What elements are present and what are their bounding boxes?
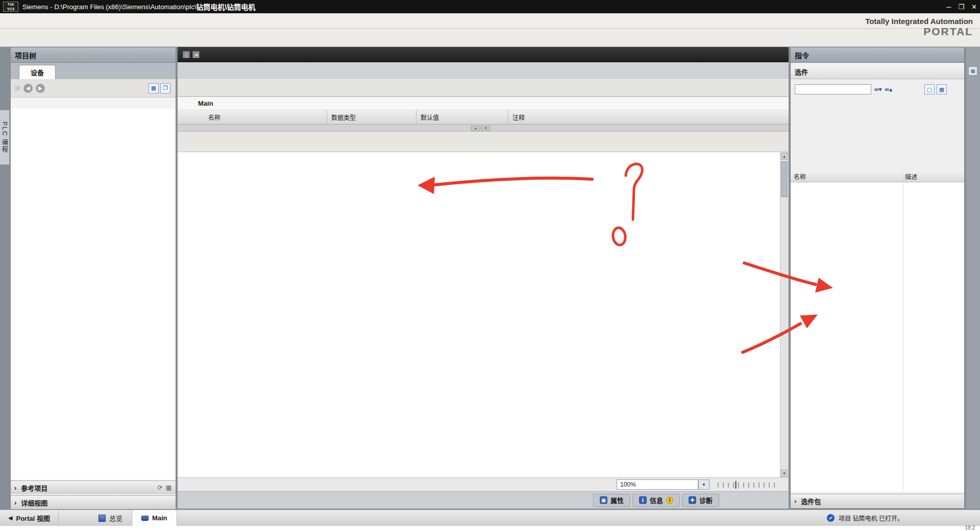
portal-bar: ◀ Portal 视图 总览 Main ✔ 项目 钻筒电机 已打开。 bbox=[0, 510, 980, 526]
column-datatype[interactable]: 数据类型 bbox=[327, 110, 416, 124]
col-desc-label[interactable]: 描述 bbox=[905, 172, 917, 181]
portal-view-button[interactable]: ◀ Portal 视图 bbox=[0, 510, 59, 526]
status-message: ✔ 项目 钻筒电机 已打开。 bbox=[827, 514, 903, 522]
info-badge: i bbox=[666, 497, 673, 504]
editor-split-icon[interactable]: ▯ bbox=[183, 51, 190, 58]
clock-fragment: 19:2 bbox=[965, 525, 975, 530]
interface-table-header: 名称 数据类型 默认值 注释 bbox=[178, 110, 789, 125]
details-view-label: 详细视图 bbox=[21, 498, 47, 508]
zoom-bar: 100% ▼ bbox=[178, 477, 788, 491]
titlebar: TIA V13 Siemens - D:\Program Files (x86)… bbox=[0, 0, 980, 13]
overview-tab[interactable]: 总览 bbox=[89, 510, 132, 526]
brand-line2: PORTAL bbox=[865, 27, 973, 37]
status-text: 项目 钻筒电机 已打开。 bbox=[839, 514, 903, 522]
titlebar-control-0[interactable]: ─ bbox=[946, 3, 951, 11]
project-tree bbox=[11, 109, 176, 479]
details-view-bar[interactable]: › 详细视图 bbox=[11, 495, 176, 509]
main-block-icon bbox=[141, 516, 149, 521]
portal-back-icon: ◀ bbox=[8, 515, 12, 521]
tree-view-toggle-icon[interactable]: ▦ bbox=[149, 83, 159, 93]
column-name[interactable]: 名称 bbox=[204, 110, 327, 124]
properties-icon: ▣ bbox=[600, 496, 607, 504]
window-title-project: 钻筒电机\钻筒电机 bbox=[196, 2, 255, 12]
devices-tab[interactable]: 设备 bbox=[19, 65, 56, 79]
instruction-list-header: 名称 描述 bbox=[791, 172, 964, 182]
instructions-header: 指令 bbox=[791, 47, 964, 63]
titlebar-control-2[interactable]: ✕ bbox=[971, 3, 977, 11]
tree-expand-all-icon[interactable]: ❐ bbox=[160, 83, 170, 93]
scroll-up-icon[interactable]: ▲ bbox=[781, 153, 788, 160]
col-name-label[interactable]: 名称 bbox=[794, 172, 806, 181]
bottom-strip: 19:2 bbox=[0, 526, 980, 531]
splitter-down-icon[interactable]: ▼ bbox=[481, 126, 491, 131]
nav-forward-icon[interactable]: ▶ bbox=[36, 84, 45, 93]
zoom-dropdown-icon[interactable]: ▼ bbox=[698, 479, 709, 490]
instruction-list bbox=[791, 182, 964, 492]
info-label: 信息 bbox=[650, 495, 663, 505]
nav-back-icon[interactable]: ◀ bbox=[23, 84, 33, 93]
status-check-icon: ✔ bbox=[827, 514, 835, 522]
canvas-scrollbar[interactable]: ▲ ▼ bbox=[780, 152, 788, 477]
find-previous-icon[interactable]: ∞▴ bbox=[885, 86, 893, 93]
list-view-icon[interactable]: ▦ bbox=[937, 84, 947, 94]
addins-label: 选件包 bbox=[801, 496, 821, 506]
options-label: 选件 bbox=[795, 67, 808, 77]
instructions-title: 指令 bbox=[795, 50, 809, 60]
search-input[interactable] bbox=[795, 84, 871, 94]
window-controls: ─❐✕ bbox=[946, 0, 977, 13]
plc-programming-side-tab[interactable]: PLC 编程 bbox=[0, 110, 10, 165]
devices-tab-label: 设备 bbox=[31, 67, 44, 77]
zoom-select[interactable]: 100% bbox=[617, 479, 698, 490]
diagnostics-label: 诊断 bbox=[699, 495, 713, 505]
titlebar-control-1[interactable]: ❐ bbox=[958, 3, 964, 11]
find-next-icon[interactable]: ∞▾ bbox=[874, 86, 882, 93]
editor-area: ▯ ◀ Main 名称 数据类型 默认值 注释 ▲ ▼ ▲ ▼ bbox=[178, 47, 789, 509]
diagnostics-icon: ✚ bbox=[689, 496, 696, 504]
block-name-label: Main bbox=[198, 100, 213, 107]
zoom-ruler[interactable] bbox=[718, 482, 775, 488]
portal-view-label: Portal 视图 bbox=[16, 513, 50, 523]
main-toolbar bbox=[0, 29, 980, 47]
info-icon: ℹ bbox=[639, 496, 647, 504]
project-tree-title: 项目树 bbox=[15, 50, 36, 60]
scroll-down-icon[interactable]: ▼ bbox=[781, 470, 788, 477]
main-editor-tab[interactable]: Main bbox=[132, 510, 177, 526]
block-interface-title: Main bbox=[178, 97, 789, 110]
brand-line1: Totally Integrated Automation bbox=[865, 16, 973, 27]
interface-splitter[interactable]: ▲ ▼ bbox=[178, 125, 789, 132]
overview-icon bbox=[99, 515, 106, 522]
properties-button[interactable]: ▣ 属性 bbox=[593, 494, 630, 507]
diagnostics-button[interactable]: ✚ 诊断 bbox=[682, 494, 719, 507]
project-tree-panel: 项目树 设备 ⊞ ◀ ▶ ▦ ❐ › 参考项目 ⟳▦ › 详细视图 bbox=[10, 47, 176, 509]
add-device-icon[interactable]: ⊞ bbox=[15, 84, 20, 92]
main-tab-label: Main bbox=[152, 514, 167, 522]
block-editor-toolbar bbox=[178, 79, 789, 96]
card-view-icon[interactable]: ▢ bbox=[924, 84, 935, 94]
instruction-search-row: ∞▾ ∞▴ ▢ ▦ bbox=[791, 80, 964, 99]
tia-logo: TIA V13 bbox=[3, 2, 18, 12]
instructions-panel: 指令 选件 ∞▾ ∞▴ ▢ ▦ 名称 描述 › 选件包 bbox=[790, 47, 965, 509]
project-tree-tabs: 设备 bbox=[11, 63, 176, 79]
reference-projects-label: 参考项目 bbox=[21, 483, 47, 493]
splitter-up-icon[interactable]: ▲ bbox=[471, 126, 480, 131]
card-overview-icon[interactable]: ▦ bbox=[968, 66, 977, 76]
refresh-icon[interactable]: ⟳ bbox=[158, 484, 163, 491]
project-tree-header: 项目树 bbox=[11, 47, 176, 63]
column-default[interactable]: 默认值 bbox=[416, 110, 508, 124]
inspector-bar: ▣ 属性 ℹ 信息 i ✚ 诊断 bbox=[178, 491, 788, 509]
zoom-value: 100% bbox=[620, 481, 636, 488]
info-button[interactable]: ℹ 信息 i bbox=[632, 494, 680, 507]
project-tree-toolbar: ⊞ ◀ ▶ ▦ ❐ bbox=[11, 79, 176, 98]
window-title: Siemens - D:\Program Files (x86)\Siemens… bbox=[22, 3, 196, 11]
reference-projects-bar[interactable]: › 参考项目 ⟳▦ bbox=[11, 480, 176, 494]
task-card-strip: ▦ bbox=[966, 47, 980, 509]
addins-bar[interactable]: › 选件包 bbox=[791, 494, 964, 508]
grid-icon[interactable]: ▦ bbox=[166, 484, 172, 491]
column-comment[interactable]: 注释 bbox=[508, 110, 783, 124]
scroll-thumb[interactable] bbox=[781, 161, 788, 197]
menubar bbox=[0, 13, 980, 29]
tia-portal-window: TIA V13 Siemens - D:\Program Files (x86)… bbox=[0, 0, 980, 531]
lad-network-canvas[interactable] bbox=[178, 152, 780, 477]
editor-collapse-icon[interactable]: ◀ bbox=[192, 51, 200, 58]
editor-breadcrumb: ▯ ◀ bbox=[178, 47, 789, 62]
